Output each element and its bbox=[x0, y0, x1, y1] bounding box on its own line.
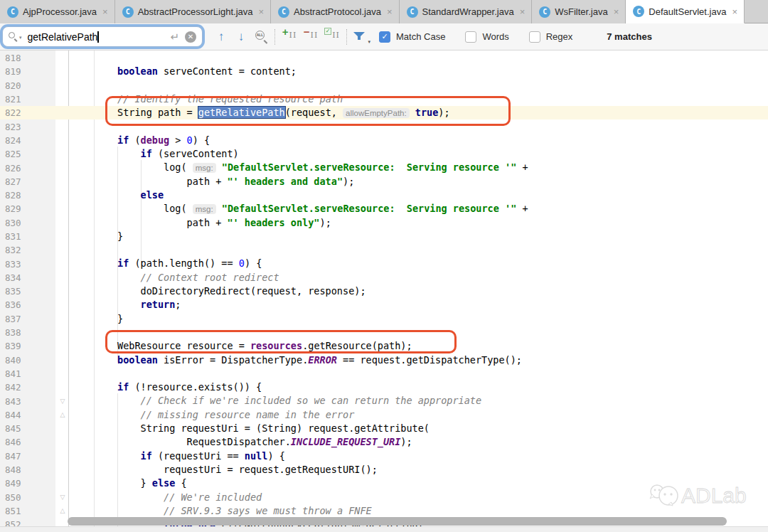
checkbox[interactable] bbox=[529, 31, 540, 43]
line-number[interactable]: 831 bbox=[0, 231, 54, 242]
line-number[interactable]: 847 bbox=[0, 451, 54, 462]
search-query-text[interactable]: getRelativePath bbox=[28, 31, 98, 43]
line-number[interactable]: 821 bbox=[0, 94, 54, 105]
tab-WsFilter.java[interactable]: CWsFilter.java× bbox=[532, 0, 626, 23]
code-line-834[interactable]: 834 // Context root redirect bbox=[0, 271, 768, 284]
code-line-821[interactable]: 821 // Identify the requested resource p… bbox=[0, 92, 768, 106]
code-line-818[interactable]: 818 bbox=[0, 51, 768, 65]
code-line-831[interactable]: 831 } bbox=[0, 230, 768, 243]
fold-up-icon[interactable]: △ bbox=[54, 508, 71, 514]
search-input[interactable]: ▾ getRelativePath ↵ ✕ bbox=[2, 26, 203, 47]
code-line-826[interactable]: 826 log( msg: "DefaultServlet.serveResou… bbox=[0, 161, 768, 174]
code-line-829[interactable]: 829 log( msg: "DefaultServlet.serveResou… bbox=[0, 202, 768, 216]
code-line-832[interactable]: 832 bbox=[0, 243, 768, 257]
code-text[interactable]: path + "' headers only"); bbox=[71, 216, 331, 230]
line-number[interactable]: 848 bbox=[0, 464, 54, 475]
code-line-837[interactable]: 837 } bbox=[0, 312, 768, 326]
line-number[interactable]: 826 bbox=[0, 163, 54, 174]
line-number[interactable]: 829 bbox=[0, 203, 54, 214]
code-text[interactable]: boolean serveContent = content; bbox=[71, 65, 297, 78]
code-line-819[interactable]: 819 boolean serveContent = content; bbox=[0, 65, 768, 78]
code-line-844[interactable]: 844△ // missing resource name in the err… bbox=[0, 408, 768, 422]
code-text[interactable]: log( msg: "DefaultServlet.serveResource:… bbox=[71, 161, 528, 175]
line-number[interactable]: 850 bbox=[0, 492, 54, 503]
option-regex[interactable]: Regex bbox=[529, 31, 573, 43]
line-number[interactable]: 842 bbox=[0, 382, 54, 393]
line-number[interactable]: 819 bbox=[0, 66, 54, 77]
line-number[interactable]: 838 bbox=[0, 327, 54, 338]
code-text[interactable]: String path = getRelativePath(request, a… bbox=[71, 106, 450, 120]
code-line-847[interactable]: 847 if (requestUri == null) { bbox=[0, 449, 768, 463]
line-number[interactable]: 828 bbox=[0, 190, 54, 201]
line-number[interactable]: 823 bbox=[0, 122, 54, 132]
line-number[interactable]: 844 bbox=[0, 410, 54, 420]
search-history-chevron-icon[interactable]: ▾ bbox=[19, 35, 22, 41]
line-number[interactable]: 830 bbox=[0, 218, 54, 228]
close-tab-icon[interactable]: × bbox=[259, 6, 265, 17]
code-line-827[interactable]: 827 path + "' headers and data"); bbox=[0, 175, 768, 188]
option-match-case[interactable]: ✓Match Case bbox=[379, 31, 445, 43]
code-text[interactable]: doDirectoryRedirect(request, response); bbox=[71, 284, 366, 298]
code-text[interactable]: } bbox=[71, 230, 123, 243]
horizontal-scrollbar[interactable] bbox=[68, 517, 727, 526]
code-text[interactable]: RequestDispatcher.INCLUDE_REQUEST_URI); bbox=[71, 435, 412, 449]
add-selection-button[interactable]: + II bbox=[279, 28, 300, 46]
line-number[interactable]: 841 bbox=[0, 368, 54, 379]
line-number[interactable]: 820 bbox=[0, 80, 54, 91]
code-line-825[interactable]: 825 if (serveContent) bbox=[0, 147, 768, 161]
close-tab-icon[interactable]: × bbox=[732, 6, 737, 17]
code-text[interactable]: if (serveContent) bbox=[71, 147, 239, 161]
code-line-835[interactable]: 835 doDirectoryRedirect(request, respons… bbox=[0, 284, 768, 298]
code-line-823[interactable]: 823 bbox=[0, 119, 768, 133]
code-text[interactable]: } else { bbox=[71, 477, 187, 490]
close-tab-icon[interactable]: × bbox=[102, 6, 108, 17]
line-number[interactable]: 846 bbox=[0, 437, 54, 447]
tab-DefaultServlet.java[interactable]: CDefaultServlet.java× bbox=[626, 0, 745, 23]
clear-search-icon[interactable]: ✕ bbox=[185, 31, 196, 43]
code-text[interactable]: // Identify the requested resource path bbox=[71, 92, 343, 106]
filter-button[interactable]: ▾ bbox=[351, 28, 370, 46]
code-text[interactable]: path + "' headers and data"); bbox=[71, 175, 354, 188]
code-line-839[interactable]: 839 WebResource resource = resources.get… bbox=[0, 339, 768, 353]
code-line-833[interactable]: 833 if (path.length() == 0) { bbox=[0, 257, 768, 270]
code-text[interactable]: String requestUri = (String) request.get… bbox=[71, 422, 430, 435]
tab-AbstractProcessorLight.java[interactable]: CAbstractProcessorLight.java× bbox=[115, 0, 271, 23]
code-text[interactable]: if (path.length() == 0) { bbox=[71, 257, 262, 270]
code-text[interactable]: } bbox=[71, 312, 123, 326]
code-line-846[interactable]: 846 RequestDispatcher.INCLUDE_REQUEST_UR… bbox=[0, 435, 768, 449]
code-line-824[interactable]: 824 if (debug > 0) { bbox=[0, 134, 768, 147]
code-line-843[interactable]: 843▽ // Check if we're included so we ca… bbox=[0, 394, 768, 408]
line-number[interactable]: 824 bbox=[0, 135, 54, 146]
line-number[interactable]: 843 bbox=[0, 396, 54, 407]
line-number[interactable]: 822 bbox=[0, 107, 54, 118]
code-editor[interactable]: 818819 boolean serveContent = content;82… bbox=[0, 50, 768, 532]
code-line-841[interactable]: 841 bbox=[0, 367, 768, 381]
checkbox[interactable] bbox=[465, 31, 476, 43]
fold-up-icon[interactable]: △ bbox=[54, 412, 71, 418]
code-text[interactable]: requestUri = request.getRequestURI(); bbox=[71, 463, 378, 477]
code-text[interactable]: boolean isError = DispatcherType.ERROR =… bbox=[71, 353, 522, 367]
line-number[interactable]: 825 bbox=[0, 149, 54, 159]
code-line-845[interactable]: 845 String requestUri = (String) request… bbox=[0, 422, 768, 435]
next-match-button[interactable]: ↓ bbox=[231, 28, 251, 46]
close-tab-icon[interactable]: × bbox=[520, 6, 526, 17]
line-number[interactable]: 835 bbox=[0, 286, 54, 297]
code-line-838[interactable]: 838 bbox=[0, 326, 768, 339]
line-number[interactable]: 834 bbox=[0, 272, 54, 283]
code-line-840[interactable]: 840 boolean isError = DispatcherType.ERR… bbox=[0, 353, 768, 367]
checkbox[interactable]: ✓ bbox=[379, 31, 390, 43]
code-text[interactable]: return; bbox=[71, 298, 181, 312]
code-text[interactable]: // Context root redirect bbox=[71, 271, 279, 284]
code-line-842[interactable]: 842 if (!resource.exists()) { bbox=[0, 381, 768, 394]
select-all-occurrences-button[interactable]: ✓ II bbox=[321, 28, 343, 46]
line-number[interactable]: 833 bbox=[0, 259, 54, 270]
line-number[interactable]: 827 bbox=[0, 176, 54, 187]
code-text[interactable]: if (!resource.exists()) { bbox=[71, 381, 262, 394]
code-text[interactable]: // Check if we're included so we can ret… bbox=[71, 394, 481, 408]
previous-match-button[interactable]: ↑ bbox=[211, 28, 231, 46]
code-text[interactable]: if (requestUri == null) { bbox=[71, 449, 285, 463]
line-number[interactable]: 840 bbox=[0, 355, 54, 366]
code-text[interactable]: log( msg: "DefaultServlet.serveResource:… bbox=[71, 202, 528, 216]
tab-StandardWrapper.java[interactable]: CStandardWrapper.java× bbox=[400, 0, 533, 23]
fold-down-icon[interactable]: ▽ bbox=[54, 398, 71, 405]
